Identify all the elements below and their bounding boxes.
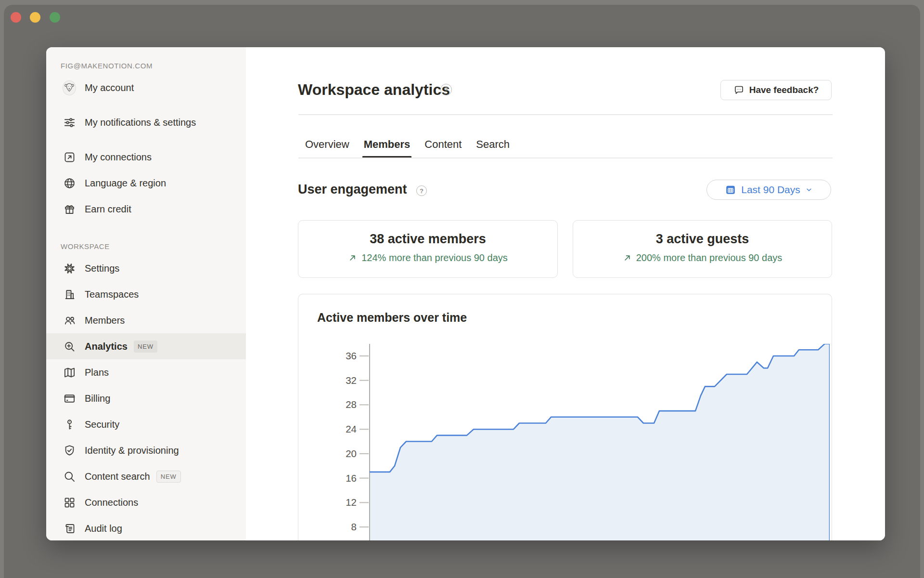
sidebar-item-label: Language & region [85,174,166,192]
stat-delta-text: 124% more than previous 90 days [361,252,508,263]
avatar [63,80,76,95]
svg-text:12: 12 [346,497,357,508]
help-icon[interactable]: ? [440,84,452,95]
workspace-section-label: WORKSPACE [61,241,246,252]
minimize-window-button[interactable] [30,12,40,23]
sidebar-item-label: Content search [85,468,150,485]
tabs-divider [298,158,833,158]
sidebar-item-security[interactable]: Security [46,411,246,437]
arrow-up-right-icon [623,253,632,263]
sidebar-item-connections[interactable]: Connections [46,489,246,515]
page-title: Workspace analytics [298,81,450,99]
date-range-label: Last 90 Days [741,184,800,196]
scroll-icon [63,522,76,535]
grid-icon [63,496,76,509]
credit-card-icon [63,392,76,405]
sidebar-item-label: Security [85,416,119,433]
sidebar-item-identity-provisioning[interactable]: Identity & provisioning [46,437,246,463]
key-icon [63,418,76,431]
sidebar-item-billing[interactable]: Billing [46,385,246,411]
people-icon [63,314,76,327]
sidebar-item-audit-log[interactable]: Audit log [46,515,246,540]
desktop: FIG@MAKENOTION.COM My accountMy notifica… [0,0,924,578]
new-badge: NEW [156,471,181,483]
sidebar-item-teamspaces[interactable]: Teamspaces [46,281,246,307]
sidebar-item-label: Settings [85,260,119,277]
svg-text:28: 28 [346,399,357,410]
map-icon [63,366,76,379]
account-email-label: FIG@MAKENOTION.COM [61,59,246,73]
sidebar-item-content-search[interactable]: Content searchNEW [46,463,246,489]
sidebar-item-members[interactable]: Members [46,307,246,333]
active-guests-card: 3 active guests 200% more than previous … [573,220,832,278]
tab-members[interactable]: Members [364,133,411,156]
tab-overview[interactable]: Overview [305,133,349,156]
close-window-button[interactable] [11,12,21,23]
zoom-window-button[interactable] [50,12,60,23]
svg-text:16: 16 [346,473,357,484]
new-badge: NEW [134,341,157,353]
avatar-icon [63,81,76,94]
have-feedback-label: Have feedback? [749,85,819,95]
analytics-tabs: OverviewMembersContentSearch [305,133,510,156]
shield-check-icon [63,444,76,457]
chevron-down-icon [805,186,813,194]
sidebar-item-label: Audit log [85,520,122,537]
svg-text:8: 8 [351,521,357,532]
tab-search[interactable]: Search [476,133,510,156]
svg-text:32: 32 [346,375,357,386]
gear-icon [63,262,76,275]
sidebar-item-label: Connections [85,494,138,511]
magnifier-icon [63,470,76,483]
header-divider [298,114,833,115]
sidebar-item-plans[interactable]: Plans [46,359,246,385]
have-feedback-button[interactable]: Have feedback? [720,80,832,100]
sidebar-item-label: Earn credit [85,200,131,218]
chart-title: Active members over time [317,311,467,325]
help-icon[interactable]: ? [416,185,427,196]
date-range-dropdown[interactable]: Last 90 Days [706,180,831,200]
sidebar-item-label: Members [85,312,125,329]
sliders-icon [63,116,76,129]
macos-app-window: FIG@MAKENOTION.COM My accountMy notifica… [4,5,920,578]
sidebar-item-label: My connections [85,148,152,166]
speech-bubble-icon [733,85,744,96]
arrow-up-right-icon [348,253,357,263]
workspace-section: SettingsTeamspacesMembersAnalyticsNEWPla… [46,255,246,540]
sidebar-item-earn-credit[interactable]: Earn credit [46,196,246,222]
arrow-up-right-square-icon [63,150,76,164]
sidebar-item-label: Teamspaces [85,286,139,303]
tab-content[interactable]: Content [424,133,462,156]
stat-title: 3 active guests [573,232,832,247]
sidebar-item-my-connections[interactable]: My connections [46,144,246,170]
svg-text:24: 24 [346,423,357,434]
sidebar-item-my-account[interactable]: My account [46,75,246,101]
sidebar-item-settings[interactable]: Settings [46,255,246,281]
globe-icon [63,176,76,190]
sidebar-item-label: Plans [85,364,109,381]
active-members-chart-card: Active members over time 363228242016128 [298,294,832,540]
calendar-icon [725,184,736,196]
svg-text:20: 20 [346,448,357,459]
sidebar-item-my-notifications-settings[interactable]: My notifications & settings [46,101,246,144]
sidebar-item-label: My account [85,79,134,96]
sidebar-item-language-region[interactable]: Language & region [46,170,246,196]
gift-icon [63,202,76,216]
sidebar-item-label: Analytics [85,338,128,355]
user-engagement-heading: User engagement [298,182,407,197]
analytics-main-panel: Workspace analytics ? Have feedback? [246,47,885,540]
stat-title: 38 active members [298,232,557,247]
active-members-area-chart: 363228242016128 [341,344,830,540]
settings-sidebar: FIG@MAKENOTION.COM My accountMy notifica… [46,47,246,540]
sidebar-item-label: Billing [85,390,110,407]
sidebar-item-label: Identity & provisioning [85,442,179,459]
stat-delta-text: 200% more than previous 90 days [636,252,783,263]
sidebar-item-label: My notifications & settings [85,114,196,131]
svg-text:36: 36 [346,350,357,361]
building-icon [63,288,76,301]
sidebar-item-analytics[interactable]: AnalyticsNEW [46,333,246,359]
active-members-card: 38 active members 124% more than previou… [298,220,558,278]
account-section: My accountMy notifications & settingsMy … [46,75,246,222]
magnifier-plus-icon [63,340,76,353]
settings-modal: FIG@MAKENOTION.COM My accountMy notifica… [46,47,885,540]
